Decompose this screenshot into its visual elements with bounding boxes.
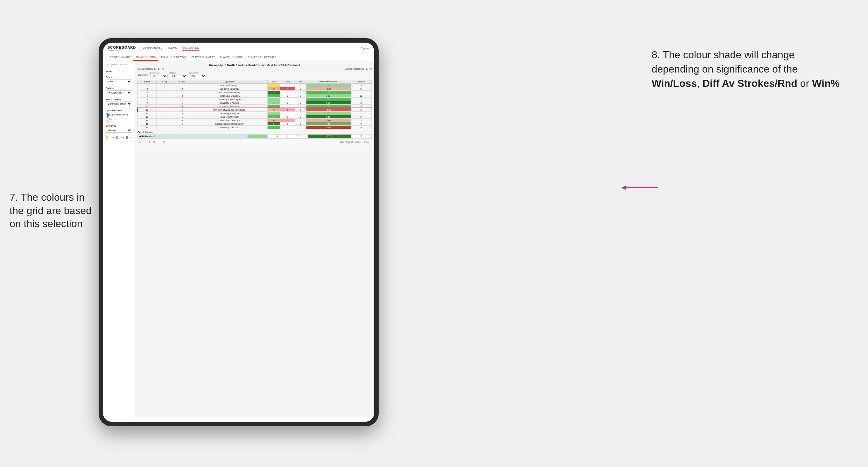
cell-opponent: University of Arkansas, Fayetteville: [191, 108, 268, 112]
cell-conf: 1: [173, 84, 191, 87]
cell-tie: 0: [295, 87, 306, 91]
cell-diff: 3.67: [306, 98, 351, 101]
cell-diff: 1.67: [306, 84, 351, 87]
filters-row: Opponents: Conference (All) Region (All): [137, 72, 372, 78]
division-section: Division NCAA Division I: [106, 87, 132, 95]
legend-up-dot: [126, 136, 128, 139]
cell-diff: 2.33: [306, 112, 351, 115]
out-div-tie: 0: [287, 134, 307, 138]
cell-tie: 0: [295, 119, 306, 122]
col-rank: # Rank: [138, 80, 157, 84]
legend-down-dot: [106, 136, 108, 139]
toolbar-undo[interactable]: ↩: [140, 141, 142, 144]
cell-opponent: Georgia Institute of Technology: [191, 122, 268, 126]
gender-section: Gender Men's: [106, 76, 132, 84]
cell-rank: 15: [138, 122, 157, 126]
toolbar-copy[interactable]: ⊞: [153, 141, 155, 144]
school-select[interactable]: 1. University of Nort...: [106, 101, 132, 106]
cell-rounds: 9: [351, 115, 371, 119]
col-diff: Diff Av Strokes/Rnd: [306, 80, 351, 84]
cell-rank: 11: [138, 108, 157, 112]
toolbar-paste[interactable]: ⋯: [158, 141, 160, 144]
cell-opponent: Auburn University: [191, 84, 268, 87]
cell-opponent: Florida State University: [191, 94, 268, 98]
cell-loss: 1: [280, 108, 295, 112]
cell-rounds: 12: [351, 94, 371, 98]
cell-rounds: 3: [351, 98, 371, 101]
cell-reg: [157, 87, 173, 91]
cell-diff: -6.62: [306, 126, 351, 129]
cell-reg: [157, 105, 173, 108]
toolbar-share[interactable]: Share: [364, 141, 369, 143]
cell-tie: 0: [295, 126, 306, 129]
cell-win: 0: [268, 119, 280, 122]
cell-conf: 6: [173, 108, 191, 112]
cell-win: 5: [268, 91, 280, 94]
cell-reg: [157, 126, 173, 129]
cell-opponent: Texas Tech University: [191, 115, 268, 119]
cell-conf: 1: [173, 101, 191, 105]
conference-filter: Conference (All): [150, 72, 168, 78]
subnav-team-h2h-heatmap[interactable]: TEAM H2H HEATMAP: [158, 54, 189, 61]
division-select[interactable]: NCAA Division I: [106, 90, 132, 95]
toolbar-clock[interactable]: ⏱: [163, 141, 165, 143]
radio-top100[interactable]: Top 100: [106, 117, 132, 122]
subnav-player-h2h-grid[interactable]: PLAYER H2H GRID: [217, 54, 245, 61]
cell-tie: 0: [295, 94, 306, 98]
tablet-screen: SCOREBOARD Powered by clippd TOURNAMENTS…: [103, 43, 374, 422]
cell-tie: 0: [295, 98, 306, 101]
cell-win: 1: [268, 112, 280, 115]
cell-loss: 1: [280, 119, 295, 122]
table-row: 4 - 1 Arizona State University 5 1 0 2.2…: [138, 91, 372, 94]
col-win: Win: [268, 80, 280, 84]
bottom-toolbar: ↩ ↪ ⟳ ⊞ ⋯ ⏱ View: Original Watch Share: [137, 138, 372, 145]
toolbar-watch[interactable]: Watch: [355, 141, 361, 143]
colour-by-select[interactable]: Win/loss: [106, 128, 132, 133]
cell-win: 1: [268, 98, 280, 101]
gender-select[interactable]: Men's: [106, 79, 132, 84]
out-div-loss: 0: [267, 134, 287, 138]
legend-down-label: Down: [110, 136, 115, 138]
cell-rounds: 2: [351, 101, 371, 105]
radio-opponents-played[interactable]: Opponents Played: [106, 113, 132, 117]
timestamp: Last Updated: 27/03/2024 16:55:38: [106, 64, 132, 67]
cell-conf: 2: [173, 94, 191, 98]
cell-tie: 0: [295, 84, 306, 87]
region-select[interactable]: (All): [169, 74, 187, 78]
h2h-table: # Rank # Reg # Conf Opponent Win Loss Ti…: [137, 80, 372, 129]
nav-teams[interactable]: TEAMS: [168, 46, 177, 51]
subnav-player-h2h-heatmap[interactable]: PLAYER H2H HEATMAP: [245, 54, 279, 61]
cell-rounds: 9: [351, 122, 371, 126]
opponent-view-section: Opponent View Opponents Played Top 100: [106, 110, 132, 122]
cell-tie: 0: [295, 112, 306, 115]
cell-conf: 1: [173, 115, 191, 119]
cell-tie: 0: [295, 91, 306, 94]
toolbar-redo[interactable]: ↪: [145, 141, 146, 144]
cell-loss: 0: [280, 122, 295, 126]
nav-tournaments[interactable]: TOURNAMENTS: [141, 46, 162, 51]
subnav-player-summary[interactable]: PLAYER SUMMARY: [189, 54, 218, 61]
sign-out-link[interactable]: Sign out: [361, 47, 370, 50]
subnav-team-summary[interactable]: TEAM SUMMARY: [107, 54, 133, 61]
nav-committee[interactable]: COMMITTEE: [182, 46, 199, 51]
cell-diff: -1.00: [306, 119, 351, 122]
conference-select[interactable]: (All): [150, 74, 168, 78]
toolbar-view-label: View: Original: [340, 141, 352, 143]
colour-by-section: Colour by Win/loss: [106, 125, 132, 133]
cell-opponent: University of Arizona: [191, 101, 268, 105]
cell-conf: 2: [173, 98, 191, 101]
cell-reg: -: [157, 91, 173, 94]
subnav-team-h2h-grid[interactable]: TEAM H2H GRID: [133, 54, 158, 61]
toolbar-forward[interactable]: ⟳: [149, 141, 151, 144]
cell-reg: [157, 108, 173, 112]
table-row: 11 6 University of Arkansas, Fayettevill…: [138, 108, 372, 112]
cell-opponent: Arizona State University: [191, 91, 268, 94]
opponent-select[interactable]: (All): [189, 74, 207, 78]
cell-rank: 2: [138, 84, 157, 87]
cell-rank: 16: [138, 126, 157, 129]
table-row: 9 1 University of Arizona 1 0 0 9.00 2: [138, 101, 372, 105]
opponent-filter: Opponent (All): [189, 72, 207, 78]
table-header-row: # Rank # Reg # Conf Opponent Win Loss Ti…: [138, 80, 372, 84]
logo-area: SCOREBOARD Powered by clippd: [107, 45, 136, 51]
cell-reg: [157, 98, 173, 101]
